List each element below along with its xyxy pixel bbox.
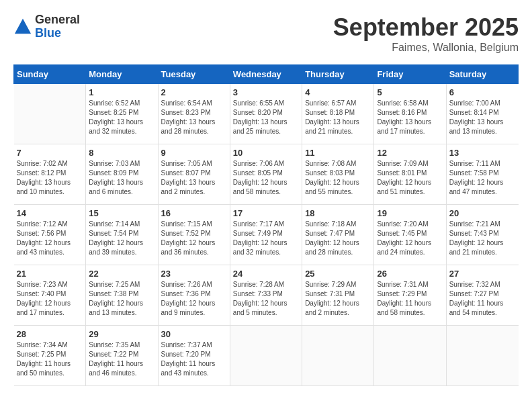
calendar-cell: 1Sunrise: 6:52 AM Sunset: 8:25 PM Daylig…	[86, 84, 158, 144]
calendar-cell: 19Sunrise: 7:20 AM Sunset: 7:45 PM Dayli…	[374, 205, 446, 265]
day-info: Sunrise: 7:03 AM Sunset: 8:09 PM Dayligh…	[89, 159, 154, 197]
calendar-cell: 20Sunrise: 7:21 AM Sunset: 7:43 PM Dayli…	[446, 205, 518, 265]
calendar-cell: 9Sunrise: 7:05 AM Sunset: 8:07 PM Daylig…	[158, 144, 230, 205]
header-day: Sunday	[14, 65, 86, 84]
day-info: Sunrise: 7:29 AM Sunset: 7:31 PM Dayligh…	[305, 280, 371, 318]
calendar-cell: 22Sunrise: 7:25 AM Sunset: 7:38 PM Dayli…	[86, 265, 158, 326]
calendar-cell: 8Sunrise: 7:03 AM Sunset: 8:09 PM Daylig…	[86, 144, 158, 205]
calendar-cell	[302, 326, 374, 386]
calendar-cell: 26Sunrise: 7:31 AM Sunset: 7:29 PM Dayli…	[374, 265, 446, 326]
day-info: Sunrise: 7:31 AM Sunset: 7:29 PM Dayligh…	[377, 280, 443, 318]
day-number: 19	[377, 208, 443, 218]
day-info: Sunrise: 7:23 AM Sunset: 7:40 PM Dayligh…	[17, 280, 83, 318]
calendar-cell	[374, 326, 446, 386]
calendar-cell: 4Sunrise: 6:57 AM Sunset: 8:18 PM Daylig…	[302, 84, 374, 144]
day-info: Sunrise: 7:18 AM Sunset: 7:47 PM Dayligh…	[305, 220, 371, 257]
day-info: Sunrise: 7:02 AM Sunset: 8:12 PM Dayligh…	[17, 159, 83, 197]
day-number: 4	[305, 87, 371, 97]
day-number: 23	[161, 269, 227, 279]
title-block: September 2025 Faimes, Wallonia, Belgium	[333, 13, 519, 54]
header-day: Thursday	[302, 65, 374, 84]
calendar-cell	[230, 326, 302, 386]
page-header: General Blue September 2025 Faimes, Wall…	[13, 13, 519, 54]
day-number: 30	[161, 329, 227, 339]
calendar-cell: 12Sunrise: 7:09 AM Sunset: 8:01 PM Dayli…	[374, 144, 446, 205]
calendar-cell: 13Sunrise: 7:11 AM Sunset: 7:58 PM Dayli…	[446, 144, 518, 205]
day-info: Sunrise: 7:26 AM Sunset: 7:36 PM Dayligh…	[161, 280, 227, 318]
logo-icon	[13, 17, 32, 36]
subtitle: Faimes, Wallonia, Belgium	[333, 42, 519, 54]
day-info: Sunrise: 7:25 AM Sunset: 7:38 PM Dayligh…	[89, 280, 154, 318]
day-number: 1	[89, 87, 154, 97]
calendar-cell	[14, 84, 86, 144]
day-number: 5	[377, 87, 443, 97]
calendar-cell: 3Sunrise: 6:55 AM Sunset: 8:20 PM Daylig…	[230, 84, 302, 144]
calendar-row: 28Sunrise: 7:34 AM Sunset: 7:25 PM Dayli…	[14, 326, 519, 386]
calendar-cell: 6Sunrise: 7:00 AM Sunset: 8:14 PM Daylig…	[446, 84, 518, 144]
day-number: 2	[161, 87, 227, 97]
header-day: Saturday	[446, 65, 518, 84]
calendar-cell: 25Sunrise: 7:29 AM Sunset: 7:31 PM Dayli…	[302, 265, 374, 326]
day-info: Sunrise: 7:06 AM Sunset: 8:05 PM Dayligh…	[233, 159, 299, 197]
day-info: Sunrise: 7:17 AM Sunset: 7:49 PM Dayligh…	[233, 220, 299, 257]
calendar-cell: 11Sunrise: 7:08 AM Sunset: 8:03 PM Dayli…	[302, 144, 374, 205]
day-number: 3	[233, 87, 299, 97]
calendar-cell: 17Sunrise: 7:17 AM Sunset: 7:49 PM Dayli…	[230, 205, 302, 265]
header-day: Friday	[374, 65, 446, 84]
logo-blue: Blue	[35, 27, 80, 40]
day-info: Sunrise: 7:34 AM Sunset: 7:25 PM Dayligh…	[17, 340, 83, 378]
calendar-cell: 15Sunrise: 7:14 AM Sunset: 7:54 PM Dayli…	[86, 205, 158, 265]
calendar-cell: 21Sunrise: 7:23 AM Sunset: 7:40 PM Dayli…	[14, 265, 86, 326]
month-title: September 2025	[333, 13, 519, 42]
day-info: Sunrise: 7:14 AM Sunset: 7:54 PM Dayligh…	[89, 220, 154, 257]
logo-general: General	[35, 13, 80, 27]
day-info: Sunrise: 7:09 AM Sunset: 8:01 PM Dayligh…	[377, 159, 443, 197]
header-day: Monday	[86, 65, 158, 84]
calendar-row: 7Sunrise: 7:02 AM Sunset: 8:12 PM Daylig…	[14, 144, 519, 205]
day-number: 26	[377, 269, 443, 279]
day-info: Sunrise: 7:12 AM Sunset: 7:56 PM Dayligh…	[17, 220, 83, 257]
day-info: Sunrise: 7:35 AM Sunset: 7:22 PM Dayligh…	[89, 340, 154, 378]
calendar-cell: 23Sunrise: 7:26 AM Sunset: 7:36 PM Dayli…	[158, 265, 230, 326]
day-info: Sunrise: 7:32 AM Sunset: 7:27 PM Dayligh…	[449, 280, 516, 318]
day-info: Sunrise: 7:21 AM Sunset: 7:43 PM Dayligh…	[449, 220, 516, 257]
day-number: 18	[305, 208, 371, 218]
calendar-cell: 16Sunrise: 7:15 AM Sunset: 7:52 PM Dayli…	[158, 205, 230, 265]
day-info: Sunrise: 7:37 AM Sunset: 7:20 PM Dayligh…	[161, 340, 227, 378]
calendar-cell: 30Sunrise: 7:37 AM Sunset: 7:20 PM Dayli…	[158, 326, 230, 386]
calendar-cell: 27Sunrise: 7:32 AM Sunset: 7:27 PM Dayli…	[446, 265, 518, 326]
day-number: 7	[17, 148, 83, 158]
calendar-cell: 2Sunrise: 6:54 AM Sunset: 8:23 PM Daylig…	[158, 84, 230, 144]
calendar-row: 1Sunrise: 6:52 AM Sunset: 8:25 PM Daylig…	[14, 84, 519, 144]
day-number: 29	[89, 329, 154, 339]
calendar-cell: 14Sunrise: 7:12 AM Sunset: 7:56 PM Dayli…	[14, 205, 86, 265]
day-info: Sunrise: 7:11 AM Sunset: 7:58 PM Dayligh…	[449, 159, 516, 197]
day-number: 16	[161, 208, 227, 218]
calendar-cell: 28Sunrise: 7:34 AM Sunset: 7:25 PM Dayli…	[14, 326, 86, 386]
header-row: SundayMondayTuesdayWednesdayThursdayFrid…	[14, 65, 519, 84]
calendar-table: SundayMondayTuesdayWednesdayThursdayFrid…	[13, 64, 519, 386]
day-info: Sunrise: 7:05 AM Sunset: 8:07 PM Dayligh…	[161, 159, 227, 197]
day-number: 25	[305, 269, 371, 279]
day-number: 10	[233, 148, 299, 158]
calendar-cell: 24Sunrise: 7:28 AM Sunset: 7:33 PM Dayli…	[230, 265, 302, 326]
day-info: Sunrise: 7:15 AM Sunset: 7:52 PM Dayligh…	[161, 220, 227, 257]
calendar-cell: 29Sunrise: 7:35 AM Sunset: 7:22 PM Dayli…	[86, 326, 158, 386]
calendar-cell: 10Sunrise: 7:06 AM Sunset: 8:05 PM Dayli…	[230, 144, 302, 205]
day-info: Sunrise: 6:52 AM Sunset: 8:25 PM Dayligh…	[89, 99, 154, 136]
header-day: Tuesday	[158, 65, 230, 84]
day-number: 14	[17, 208, 83, 218]
day-info: Sunrise: 7:00 AM Sunset: 8:14 PM Dayligh…	[449, 99, 516, 136]
svg-marker-0	[15, 19, 31, 34]
calendar-cell: 18Sunrise: 7:18 AM Sunset: 7:47 PM Dayli…	[302, 205, 374, 265]
day-info: Sunrise: 6:55 AM Sunset: 8:20 PM Dayligh…	[233, 99, 299, 136]
day-number: 6	[449, 87, 516, 97]
day-info: Sunrise: 6:57 AM Sunset: 8:18 PM Dayligh…	[305, 99, 371, 136]
day-info: Sunrise: 7:08 AM Sunset: 8:03 PM Dayligh…	[305, 159, 371, 197]
day-number: 20	[449, 208, 516, 218]
day-number: 15	[89, 208, 154, 218]
day-info: Sunrise: 6:54 AM Sunset: 8:23 PM Dayligh…	[161, 99, 227, 136]
day-number: 21	[17, 269, 83, 279]
calendar-cell	[446, 326, 518, 386]
day-number: 9	[161, 148, 227, 158]
